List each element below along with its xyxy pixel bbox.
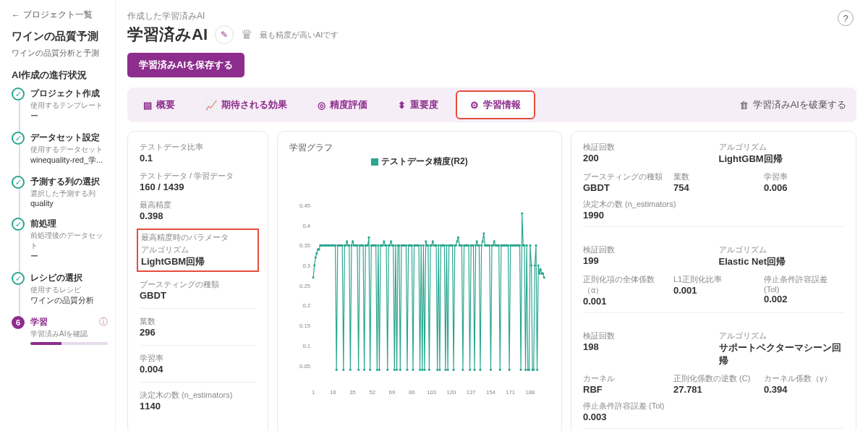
svg-text:188: 188 [525,389,535,396]
svg-point-55 [352,240,354,242]
svg-point-115 [421,369,423,371]
svg-point-146 [457,236,459,239]
svg-point-220 [543,276,545,278]
tab-icon: ◎ [318,100,326,111]
label: テストデータ / 学習データ [140,171,256,182]
svg-text:0.25: 0.25 [299,283,310,289]
step-item[interactable]: ✓ プロジェクト作成 使用するテンプレート ー [12,88,108,129]
edit-icon[interactable]: ✎ [215,25,234,44]
svg-text:0.2: 0.2 [302,302,310,309]
svg-point-150 [461,369,464,371]
svg-point-212 [534,265,536,267]
svg-text:0.4: 0.4 [302,223,310,229]
check-icon: ✓ [12,218,25,231]
step-title: 学習 [30,316,48,328]
value: 0.1 [140,153,256,163]
svg-point-199 [519,244,521,247]
svg-text:0.15: 0.15 [299,323,310,329]
svg-point-88 [390,240,392,242]
svg-text:103: 103 [427,389,436,396]
svg-point-64 [362,244,365,247]
svg-point-24 [315,252,318,255]
value: 754 [673,182,754,193]
step-item[interactable]: ✓ 前処理 前処理後のデータセット ー [12,218,108,269]
tab-icon: ⚙ [470,100,479,111]
tab-4[interactable]: ⚙学習情報 [456,90,535,119]
svg-point-182 [499,369,501,371]
info-icon[interactable]: ⓘ [99,316,108,328]
svg-point-101 [405,244,407,247]
svg-point-160 [473,369,475,371]
svg-point-113 [419,369,421,371]
svg-text:0.05: 0.05 [299,363,310,370]
sidebar: ← プロジェクト一覧 ワインの品質予測 ワインの品質分析と予測 AI作成の進行状… [0,0,116,431]
help-icon[interactable]: ? [838,10,854,26]
step-item[interactable]: ✓ 予測する列の選択 選択した予測する列 quality [12,176,108,215]
label: アルゴリズム [719,330,845,341]
tab-0[interactable]: ▤概要 [130,90,188,119]
step-title: 予測する列の選択 [30,176,100,188]
step-title: プロジェクト作成 [30,88,100,100]
tab-1[interactable]: 📈期待される効果 [192,90,300,119]
svg-point-90 [392,244,394,247]
svg-point-174 [490,369,492,371]
svg-point-53 [349,369,352,371]
sidebar-section-title: AI作成の進行状況 [12,69,108,82]
discard-button[interactable]: 🗑 学習済みAIを破棄する [732,98,854,111]
svg-point-200 [520,369,522,371]
svg-point-116 [422,244,425,247]
svg-point-47 [342,369,344,371]
tab-2[interactable]: ◎精度評価 [305,90,380,119]
svg-text:120: 120 [446,389,456,396]
svg-point-114 [420,244,422,247]
svg-point-203 [523,244,525,247]
svg-point-107 [412,369,414,371]
svg-text:69: 69 [389,389,396,396]
label: 最高精度時のパラメータ [141,232,255,243]
step-item[interactable]: ✓ データセット設定 使用するデータセット winequality-red_学.… [12,132,108,173]
label: ブースティングの種類 [583,171,663,182]
svg-point-142 [453,369,455,371]
legend-swatch-icon [371,158,378,166]
check-icon: ✓ [12,272,25,285]
value: 0.394 [764,384,844,395]
step-item[interactable]: ✓ レシピの選択 使用するレシピ ワインの品質分析 [12,272,108,313]
chart-card: 学習グラフ テストデータ精度(R2) 0.050.10.150.20.250.3… [277,131,562,431]
label: ブースティングの種類 [140,279,256,290]
divider [583,226,844,227]
svg-point-205 [526,244,528,247]
svg-point-127 [435,244,438,247]
svg-point-177 [493,240,495,242]
svg-point-59 [356,244,358,247]
legend-label: テストデータ精度(R2) [381,156,467,166]
save-button[interactable]: 学習済みAIを保存する [127,53,244,77]
svg-point-176 [492,244,494,247]
svg-text:1: 1 [312,389,315,396]
tab-3[interactable]: ⬍重要度 [385,90,451,119]
svg-point-167 [482,240,484,242]
svg-point-159 [472,244,475,247]
value: 198 [583,341,709,352]
svg-point-181 [498,244,500,247]
divider [140,308,256,309]
discard-label: 学習済みAIを破棄する [753,98,846,111]
svg-point-145 [456,240,458,242]
chart: 0.050.10.150.20.250.30.350.40.4511835526… [289,168,550,424]
svg-point-164 [478,244,480,247]
step-item[interactable]: 6 学習 ⓘ 学習済みAIを確認 [12,316,108,352]
svg-point-70 [369,369,371,371]
svg-text:0.1: 0.1 [302,343,310,349]
svg-point-96 [399,369,401,371]
tab-label: 概要 [156,98,175,111]
tab-icon: ⬍ [398,100,406,111]
label: 停止条件許容誤差 (Tol) [764,274,844,294]
step-title: データセット設定 [30,132,100,144]
svg-point-76 [376,369,378,371]
back-link[interactable]: ← プロジェクト一覧 [12,9,108,21]
label: 正則化項の全体係数（α） [583,274,663,296]
svg-point-41 [336,369,338,371]
value: LightGBM回帰 [141,255,255,268]
step-title: 前処理 [30,218,56,230]
step-sub: 前処理後のデータセット [30,231,108,251]
svg-point-102 [406,369,408,371]
